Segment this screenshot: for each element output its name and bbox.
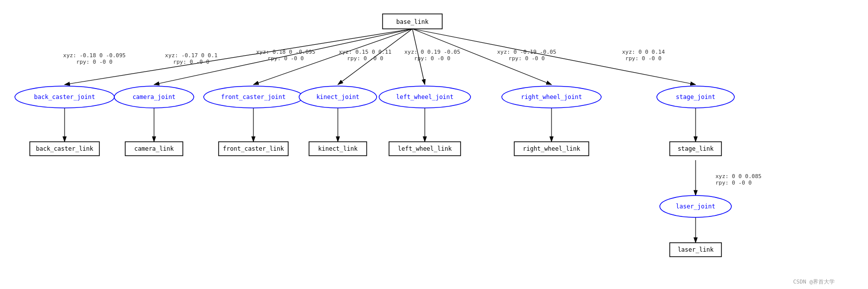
node-front-caster-link-label: front_caster_link <box>223 145 285 152</box>
edge-label-camera-rpy: rpy: 0 -0 0 <box>173 59 210 65</box>
edge-label-right-wheel-xyz: xyz: 0 -0.19 -0.05 <box>497 49 556 55</box>
edge-label-stage-rpy: rpy: 0 -0 0 <box>626 55 662 62</box>
node-left-wheel-link-label: left_wheel_link <box>398 145 452 152</box>
node-kinect-joint-label: kinect_joint <box>316 94 360 100</box>
edge-label-laser-rpy: rpy: 0 -0 0 <box>715 180 752 186</box>
node-kinect-link-label: kinect_link <box>318 145 358 152</box>
edge-label-left-wheel-xyz: xyz: 0 0.19 -0.05 <box>404 49 461 55</box>
node-right-wheel-link-label: right_wheel_link <box>523 145 580 152</box>
node-back-caster-joint-label: back_caster_joint <box>34 94 95 100</box>
node-left-wheel-joint-label: left_wheel_joint <box>396 94 454 100</box>
edge-label-laser-xyz: xyz: 0 0 0.085 <box>715 173 762 180</box>
node-base-link-label: base_link <box>396 18 429 25</box>
tree-diagram: xyz: -0.18 0 -0.095 rpy: 0 -0 0 xyz: -0.… <box>0 0 868 289</box>
edge-label-stage-xyz: xyz: 0 0 0.14 <box>622 49 665 55</box>
watermark: CSDN @界首大学 <box>793 279 835 285</box>
edge-label-camera-xyz: xyz: -0.17 0 0.1 <box>165 52 218 59</box>
node-front-caster-joint-label: front_caster_joint <box>221 94 286 100</box>
edge-label-right-wheel-rpy: rpy: 0 -0 0 <box>509 55 545 62</box>
edge-label-front-caster-rpy: rpy: 0 -0 0 <box>268 55 304 62</box>
edge-label-kinect-xyz: xyz: 0.15 0 0.11 <box>339 49 392 55</box>
node-laser-link-label: laser_link <box>678 246 714 253</box>
edge-label-front-caster-xyz: xyz: 0.18 0 -0.095 <box>256 49 315 55</box>
node-right-wheel-joint-label: right_wheel_joint <box>521 94 582 100</box>
node-camera-joint-label: camera_joint <box>133 94 176 100</box>
edge-label-back-caster-rpy: rpy: 0 -0 0 <box>77 59 113 65</box>
edge-label-left-wheel-rpy: rpy: 0 -0 0 <box>414 55 451 62</box>
node-stage-link-label: stage_link <box>678 145 714 152</box>
node-camera-link-label: camera_link <box>134 145 174 152</box>
node-back-caster-link-label: back_caster_link <box>36 145 93 152</box>
node-stage-joint-label: stage_joint <box>676 94 715 100</box>
edge-label-kinect-rpy: rpy: 0 -0 0 <box>347 55 384 62</box>
edge-label-back-caster-xyz: xyz: -0.18 0 -0.095 <box>63 52 126 59</box>
node-laser-joint-label: laser_joint <box>676 203 715 210</box>
